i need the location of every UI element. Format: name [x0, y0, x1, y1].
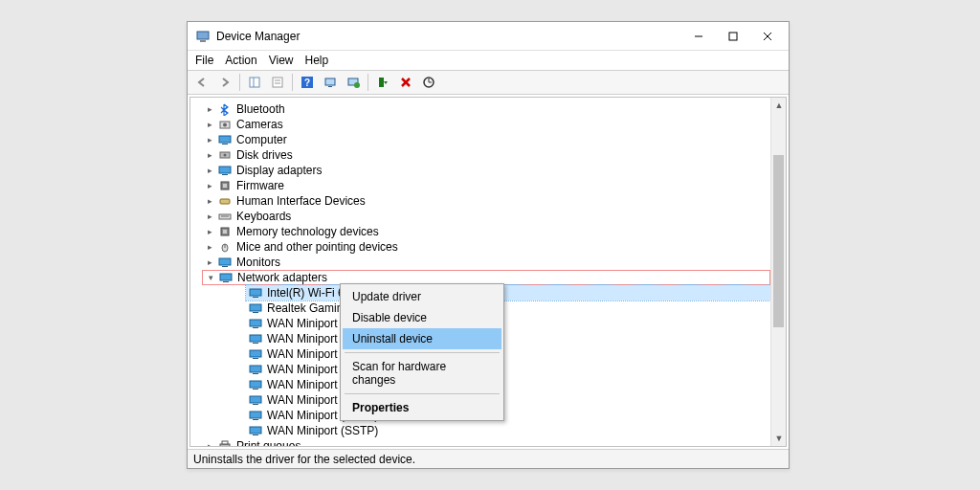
network-adapter-icon: [248, 331, 263, 346]
toolbar-separator: [239, 74, 240, 91]
svg-rect-0: [197, 32, 209, 39]
minimize-button[interactable]: [681, 23, 716, 50]
svg-point-16: [354, 82, 360, 88]
expand-icon[interactable]: ▸: [204, 101, 215, 117]
network-adapter-icon: [248, 346, 263, 362]
expand-icon[interactable]: ▸: [204, 178, 215, 193]
collapse-icon[interactable]: ▾: [205, 270, 216, 285]
scan-toolbar-button[interactable]: [320, 72, 341, 93]
network-adapter-item[interactable]: WAN Miniport (IPv: [246, 346, 770, 362]
network-adapter-item[interactable]: WAN Miniport (PPTP): [246, 408, 770, 423]
tree-category[interactable]: ▸Print queues: [204, 438, 770, 446]
tree-category[interactable]: ▸Computer: [204, 132, 770, 147]
network-adapter-item[interactable]: Realtek Gaming Gb: [246, 301, 770, 316]
category-label: Bluetooth: [236, 101, 285, 117]
category-label: Network adapters: [237, 270, 327, 285]
vertical-scrollbar[interactable]: ▲ ▼: [770, 98, 786, 446]
network-adapter-icon: [248, 408, 263, 423]
network-adapter-icon: [248, 362, 263, 377]
scan-hardware-toolbar-button[interactable]: [418, 72, 439, 93]
svg-rect-52: [250, 366, 261, 372]
menu-file[interactable]: File: [195, 54, 213, 67]
svg-rect-58: [250, 412, 261, 418]
svg-rect-14: [328, 86, 332, 87]
network-adapter-item[interactable]: WAN Miniport (SSTP): [246, 423, 770, 438]
context-uninstall-device[interactable]: Uninstall device: [343, 328, 501, 349]
category-label: Print queues: [236, 438, 301, 446]
expand-icon[interactable]: ▸: [204, 255, 215, 270]
expand-icon[interactable]: ▸: [204, 224, 215, 239]
window-title: Device Manager: [216, 30, 300, 43]
scroll-up-icon[interactable]: ▲: [771, 98, 787, 113]
tree-category[interactable]: ▸Cameras: [204, 117, 770, 132]
hid-icon: [217, 193, 233, 209]
tree-category[interactable]: ▸Mice and other pointing devices: [204, 239, 770, 255]
category-label: Computer: [236, 132, 287, 147]
expand-icon[interactable]: ▸: [204, 117, 215, 132]
expand-icon[interactable]: ▸: [204, 163, 215, 178]
svg-rect-6: [250, 78, 259, 87]
context-disable-device[interactable]: Disable device: [343, 307, 501, 328]
svg-rect-48: [250, 335, 261, 342]
titlebar: Device Manager: [188, 22, 789, 51]
network-adapter-icon: [248, 423, 263, 438]
update-driver-toolbar-button[interactable]: [343, 72, 364, 93]
tree-category[interactable]: ▸Monitors: [204, 255, 770, 270]
tree-category[interactable]: ▸Disk drives: [204, 147, 770, 163]
svg-rect-43: [253, 297, 258, 298]
expand-icon[interactable]: ▸: [204, 147, 215, 163]
back-button[interactable]: [191, 72, 212, 93]
toolbar-separator: [292, 74, 293, 91]
context-update-driver[interactable]: Update driver: [343, 286, 501, 307]
maximize-button[interactable]: [716, 23, 750, 50]
mouse-icon: [217, 239, 233, 255]
menu-view[interactable]: View: [269, 54, 294, 67]
monitor-icon: [217, 255, 233, 270]
camera-icon: [217, 117, 233, 132]
svg-rect-42: [250, 289, 261, 296]
toolbar: ?: [188, 70, 789, 95]
network-adapter-item[interactable]: WAN Miniport (L2: [246, 362, 770, 377]
menu-help[interactable]: Help: [305, 54, 329, 67]
disk-icon: [217, 147, 233, 163]
forward-button[interactable]: [214, 72, 235, 93]
category-label: Keyboards: [236, 209, 291, 224]
scroll-down-icon[interactable]: ▼: [771, 431, 787, 446]
tree-category[interactable]: ▸Display adapters: [204, 163, 770, 178]
context-properties[interactable]: Properties: [343, 397, 501, 418]
toolbar-separator: [368, 74, 368, 91]
tree-category[interactable]: ▸Human Interface Devices: [204, 193, 770, 209]
context-separator: [345, 352, 500, 353]
enable-device-toolbar-button[interactable]: [372, 72, 393, 93]
expand-icon[interactable]: ▸: [204, 438, 215, 446]
category-label: Display adapters: [236, 163, 322, 178]
properties-toolbar-button[interactable]: [267, 72, 288, 93]
svg-rect-55: [253, 389, 258, 390]
tree-category[interactable]: ▸Bluetooth: [204, 101, 770, 117]
help-toolbar-button[interactable]: ?: [297, 72, 318, 93]
expand-icon[interactable]: ▸: [204, 209, 215, 224]
expand-icon[interactable]: ▸: [204, 193, 215, 209]
svg-rect-49: [253, 343, 258, 344]
network-adapter-item[interactable]: Intel(R) Wi-Fi 6 AX2: [246, 285, 770, 301]
context-scan-hardware[interactable]: Scan for hardware changes: [343, 356, 501, 390]
expand-icon[interactable]: ▸: [204, 132, 215, 147]
network-adapter-item[interactable]: WAN Miniport (IP): [246, 331, 770, 346]
tree-category[interactable]: ▸Keyboards: [204, 209, 770, 224]
network-adapter-item[interactable]: WAN Miniport (PP: [246, 392, 770, 408]
network-adapter-item[interactable]: WAN Miniport (IKE: [246, 316, 770, 331]
tree-category[interactable]: ▸Firmware: [204, 178, 770, 193]
svg-rect-57: [253, 404, 258, 405]
monitor-icon: [217, 163, 233, 178]
uninstall-toolbar-button[interactable]: [395, 72, 416, 93]
monitor-icon: [217, 132, 233, 147]
tree-category[interactable]: ▸Memory technology devices: [204, 224, 770, 239]
network-adapter-icon: [248, 392, 263, 408]
menu-action[interactable]: Action: [225, 54, 256, 67]
show-hide-tree-button[interactable]: [244, 72, 265, 93]
close-button[interactable]: [750, 23, 785, 50]
svg-rect-38: [219, 258, 231, 265]
scroll-thumb[interactable]: [773, 155, 784, 327]
expand-icon[interactable]: ▸: [204, 239, 215, 255]
network-adapter-item[interactable]: WAN Miniport (Ne: [246, 377, 770, 392]
